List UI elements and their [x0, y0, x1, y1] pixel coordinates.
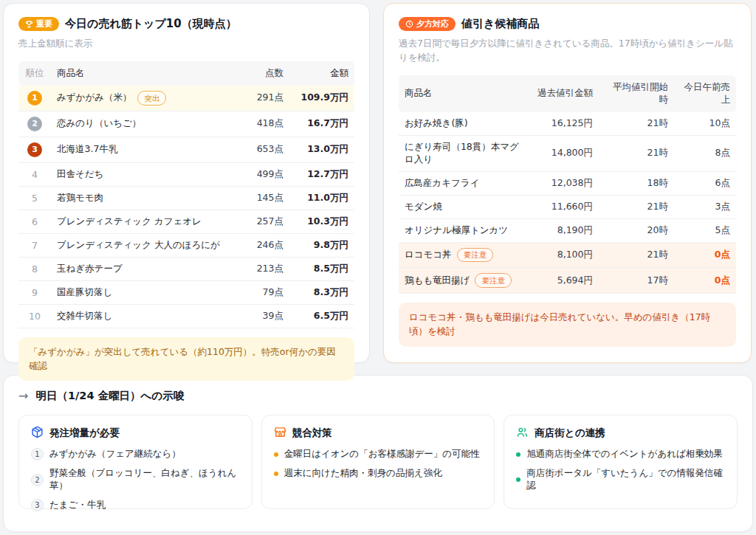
- table-row[interactable]: 広島産カキフライ12,038円18時6点: [399, 172, 736, 196]
- col-name: 商品名: [51, 61, 236, 86]
- avg-start-cell: 21時: [599, 112, 674, 135]
- avg-start-cell: 21時: [599, 196, 674, 218]
- product-name: 広島産カキフライ: [405, 177, 479, 190]
- product-name-cell: 玉ねぎ赤テープ: [51, 258, 236, 280]
- product-name-cell: にぎり寿司（18貫）本マグロ入り: [399, 136, 531, 171]
- table-row[interactable]: 10交雑牛切落し39点6.5万円: [18, 305, 354, 328]
- col-qty: 点数: [236, 61, 289, 86]
- table-row[interactable]: 7ブレンディスティック 大人のほろにが246点9.8万円: [18, 234, 354, 258]
- insights-title: 明日（1/24 金曜日）への示唆: [35, 389, 184, 403]
- table-row[interactable]: にぎり寿司（18貫）本マグロ入り14,800円21時8点: [399, 136, 736, 172]
- product-name-cell: ロコモコ丼要注意: [399, 243, 531, 268]
- list-item-text: 商店街ポータル「すいたうん」での情報発信確認: [526, 467, 725, 492]
- list-item-text: みずかがみ（フェア継続なら）: [49, 448, 181, 460]
- caution-badge: 要注意: [457, 248, 494, 263]
- insights-header: → 明日（1/24 金曜日）への示唆: [18, 389, 738, 403]
- insight-card-header: 商店街との連携: [516, 426, 725, 441]
- list-item-text: 金曜日はイオンの「お客様感謝デー」の可能性: [284, 448, 480, 460]
- product-name: 国産豚切落し: [57, 286, 112, 299]
- morning-sales-cell: 3点: [674, 196, 736, 218]
- discount-panel: 夕方対応 値引き候補商品 過去7日間で毎日夕方以降に値引きされている商品。17時…: [383, 3, 752, 363]
- table-row[interactable]: 6ブレンディスティック カフェオレ257点10.3万円: [18, 210, 354, 234]
- morning-sales-cell: 10点: [674, 112, 736, 135]
- table-row[interactable]: オリジナル極厚トンカツ8,190円20時5点: [399, 219, 736, 243]
- past-amount-cell: 14,800円: [531, 142, 599, 165]
- product-name-cell: 交雑牛切落し: [51, 305, 236, 328]
- list-item: 週末に向けた精肉・刺身の品揃え強化: [274, 467, 483, 480]
- avg-start-cell: 21時: [599, 142, 674, 165]
- product-name-cell: ブレンディスティック カフェオレ: [51, 210, 236, 233]
- rank-cell: 6: [18, 211, 51, 232]
- table-row[interactable]: 1みずかがみ（米）突出291点109.9万円: [18, 86, 354, 111]
- morning-sales-cell: 0点: [674, 244, 736, 266]
- store-icon: [274, 426, 286, 441]
- qty-cell: 499点: [236, 163, 289, 186]
- discount-subtitle: 過去7日間で毎日夕方以降に値引きされている商品。17時頃から値引きシール貼りを検…: [399, 37, 736, 65]
- qty-cell: 291点: [236, 86, 289, 109]
- table-row[interactable]: 8玉ねぎ赤テープ213点8.5万円: [18, 258, 354, 281]
- product-name-cell: 国産豚切落し: [51, 281, 236, 304]
- qty-cell: 213点: [236, 258, 289, 280]
- list-item-text: 野菜全般（ブロッコリー、白ねぎ、ほうれん草）: [49, 467, 240, 492]
- table-row[interactable]: 4田舎そだち499点12.7万円: [18, 163, 354, 187]
- insight-card-header: 発注増量が必要: [31, 426, 240, 441]
- bullet-dot: [274, 452, 278, 457]
- product-name: 玉ねぎ赤テープ: [57, 263, 123, 275]
- amount-cell: 8.5万円: [289, 258, 354, 280]
- list-item-text: 旭通商店街全体でのイベントがあれば相乗効果: [526, 448, 722, 460]
- product-name: ロコモコ丼: [405, 249, 452, 261]
- insight-card: 発注増量が必要1みずかがみ（フェア継続なら）2野菜全般（ブロッコリー、白ねぎ、ほ…: [18, 415, 252, 509]
- table-row[interactable]: ロコモコ丼要注意8,100円21時0点: [399, 243, 736, 269]
- insight-card-header: 競合対策: [274, 426, 483, 441]
- avg-start-cell: 20時: [599, 219, 674, 242]
- table-row[interactable]: 3北海道3.7牛乳653点13.0万円: [18, 137, 354, 163]
- trophy-icon: [25, 20, 33, 28]
- discount-header: 夕方対応 値引き候補商品: [399, 17, 736, 31]
- table-row[interactable]: 9国産豚切落し79点8.3万円: [18, 281, 354, 305]
- standout-badge: 突出: [137, 91, 166, 106]
- insights-panel: → 明日（1/24 金曜日）への示唆 発注増量が必要1みずかがみ（フェア継続なら…: [3, 375, 753, 532]
- rank-cell: 1: [18, 86, 51, 111]
- col-avg-start: 平均値引開始時: [599, 75, 674, 112]
- past-amount-cell: 12,038円: [531, 172, 599, 195]
- product-name-cell: 若鶏モモ肉: [51, 187, 236, 210]
- insight-card-list: 1みずかがみ（フェア継続なら）2野菜全般（ブロッコリー、白ねぎ、ほうれん草）3た…: [31, 448, 240, 511]
- col-dname: 商品名: [399, 81, 531, 106]
- top-sellers-table-header: 順位 商品名 点数 金額: [18, 61, 354, 86]
- discount-table: 商品名 過去値引金額 平均値引開始時 今日午前売上 お好み焼き(豚)16,125…: [399, 75, 736, 294]
- top-sellers-header: 重要 今日の売れ筋トップ10（現時点）: [18, 17, 354, 31]
- product-name: みずかがみ（米）: [57, 92, 131, 104]
- table-row[interactable]: 2恋みのり（いちご）418点16.7万円: [18, 111, 354, 137]
- discount-table-header: 商品名 過去値引金額 平均値引開始時 今日午前売上: [399, 75, 736, 112]
- table-row[interactable]: お好み焼き(豚)16,125円21時10点: [399, 112, 736, 136]
- list-item: 商店街ポータル「すいたうん」での情報発信確認: [516, 467, 725, 492]
- product-name-cell: お好み焼き(豚): [399, 112, 531, 135]
- product-name: モダン焼: [405, 201, 442, 213]
- insight-card: 商店街との連携旭通商店街全体でのイベントがあれば相乗効果商店街ポータル「すいたう…: [504, 415, 738, 509]
- amount-cell: 10.3万円: [289, 210, 354, 233]
- table-row[interactable]: モダン焼11,660円21時3点: [399, 196, 736, 219]
- amount-cell: 109.9万円: [289, 86, 354, 109]
- table-row[interactable]: 5若鶏モモ肉145点11.0万円: [18, 187, 354, 210]
- qty-cell: 246点: [236, 234, 289, 257]
- list-item: 旭通商店街全体でのイベントがあれば相乗効果: [516, 448, 725, 460]
- past-amount-cell: 5,694円: [531, 269, 599, 292]
- rank-cell: 9: [18, 282, 51, 303]
- product-name-cell: 恋みのり（いちご）: [51, 112, 236, 135]
- discount-rows: お好み焼き(豚)16,125円21時10点にぎり寿司（18貫）本マグロ入り14,…: [399, 112, 736, 294]
- insight-card: 競合対策金曜日はイオンの「お客様感謝デー」の可能性週末に向けた精肉・刺身の品揃え…: [261, 415, 495, 509]
- qty-cell: 653点: [236, 138, 289, 161]
- product-name: ブレンディスティック カフェオレ: [57, 215, 202, 228]
- product-name: お好み焼き(豚): [405, 117, 468, 130]
- people-icon: [516, 426, 529, 441]
- qty-cell: 418点: [236, 112, 289, 135]
- list-number: 2: [31, 474, 44, 486]
- product-name: オリジナル極厚トンカツ: [405, 224, 508, 237]
- product-name-cell: 田舎そだち: [51, 163, 236, 186]
- top-sellers-rows: 1みずかがみ（米）突出291点109.9万円2恋みのり（いちご）418点16.7…: [18, 86, 354, 328]
- table-row[interactable]: 鶏もも竜田揚げ要注意5,694円17時0点: [399, 268, 736, 294]
- past-amount-cell: 16,125円: [531, 112, 599, 135]
- morning-sales-cell: 6点: [674, 172, 736, 195]
- past-amount-cell: 8,100円: [531, 244, 599, 266]
- evening-badge: 夕方対応: [399, 17, 456, 31]
